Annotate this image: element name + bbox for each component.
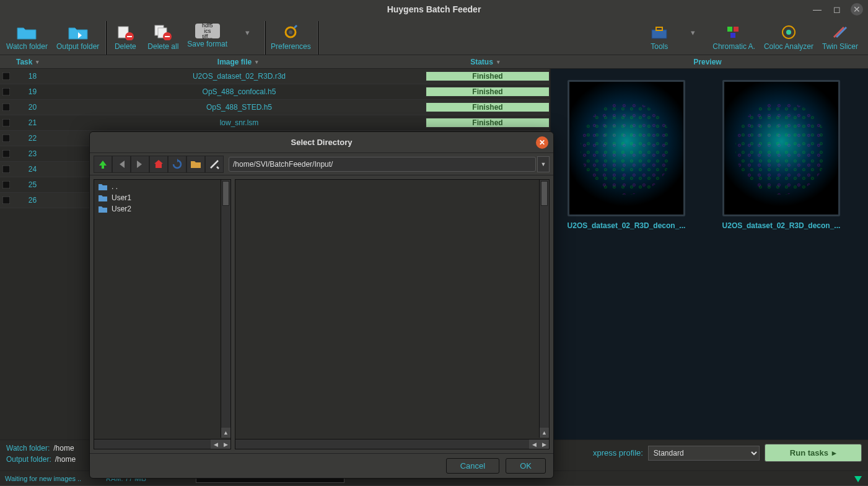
scroll-up-icon[interactable]: ▲ (221, 428, 230, 438)
back-button[interactable] (112, 156, 131, 173)
row-checkbox[interactable] (0, 150, 12, 157)
folder-output-icon (67, 24, 89, 41)
output-folder-button[interactable]: Output folder (54, 21, 102, 53)
run-tasks-button[interactable]: Run tasks▸ (765, 444, 862, 462)
play-icon: ▸ (832, 448, 836, 457)
task-number: 26 (12, 196, 53, 205)
directory-item[interactable]: User1 (97, 192, 228, 203)
svg-point-6 (289, 30, 292, 34)
delete-all-icon (152, 24, 174, 41)
svg-rect-19 (2, 150, 10, 157)
scroll-right-icon[interactable]: ▶ (221, 440, 230, 449)
scrollbar-horizontal[interactable]: ◀▶ (94, 439, 230, 449)
row-checkbox[interactable] (0, 181, 12, 188)
home-button[interactable] (149, 156, 168, 173)
toolbar-label: Delete all (147, 42, 178, 51)
thumbnail-caption: U2OS_dataset_02_R3D_decon_... (568, 221, 686, 230)
up-button[interactable] (94, 156, 112, 173)
refresh-button[interactable] (168, 156, 186, 173)
toolbar-label: Tools (651, 42, 668, 51)
row-checkbox[interactable] (0, 104, 12, 111)
row-checkbox[interactable] (0, 197, 12, 204)
twin-slicer-button[interactable]: Twin Slicer (820, 21, 861, 53)
tools-dropdown[interactable]: ▾ (679, 21, 706, 53)
chevron-down-icon: ▾ (236, 24, 258, 41)
settings-button[interactable] (205, 156, 224, 173)
directory-label: . . (112, 182, 118, 191)
output-folder-label: Output folder: (6, 455, 51, 464)
watch-folder-label: Watch folder: (6, 444, 50, 453)
ok-button[interactable]: OK (506, 458, 546, 474)
new-folder-button[interactable] (186, 156, 205, 173)
preview-thumbnail[interactable]: U2OS_dataset_02_R3D_decon_... (558, 80, 695, 230)
row-checkbox[interactable] (0, 119, 12, 126)
close-button[interactable]: ✕ (851, 3, 863, 15)
sort-icon: ▾ (497, 59, 500, 65)
task-number: 24 (12, 165, 53, 174)
scroll-left-icon[interactable]: ◀ (211, 440, 221, 449)
coloc-button[interactable]: Coloc Analyzer (761, 21, 816, 53)
row-checkbox[interactable] (0, 88, 12, 95)
minimize-button[interactable]: — (811, 3, 823, 15)
save-format-button[interactable]: hdf5icstiff... Save format (185, 21, 230, 53)
watch-folder-button[interactable]: Watch folder (4, 21, 50, 53)
status-badge: Finished (426, 102, 550, 112)
delete-button[interactable]: Delete (109, 21, 141, 53)
dialog-close-button[interactable]: ✕ (536, 136, 548, 149)
header-file[interactable]: Image file▾ (53, 58, 423, 66)
folder-watch-icon (15, 24, 38, 41)
scroll-left-icon[interactable]: ◀ (529, 440, 539, 449)
profile-select[interactable]: Standard (648, 446, 760, 461)
scrollbar-vertical[interactable]: ▲ (221, 180, 230, 438)
folder-new-icon (190, 159, 201, 169)
row-checkbox[interactable] (0, 73, 12, 80)
arrow-right-icon (134, 159, 146, 170)
chromatic-icon (723, 24, 745, 41)
chromatic-button[interactable]: Chromatic A. (710, 21, 758, 53)
toolbar-label: Coloc Analyzer (764, 42, 813, 51)
slicer-icon (829, 24, 851, 41)
forward-button[interactable] (131, 156, 149, 173)
maximize-button[interactable]: ◻ (831, 3, 843, 15)
header-task[interactable]: Task▾ (12, 58, 53, 66)
scrollbar-vertical[interactable]: ▲ (539, 180, 549, 438)
save-format-dropdown[interactable]: ▾ (234, 21, 261, 53)
header-status[interactable]: Status▾ (423, 58, 547, 66)
home-icon (153, 159, 164, 170)
table-row[interactable]: 20OpS_488_STED.h5Finished (0, 100, 550, 115)
status-badge: Finished (426, 87, 550, 97)
directory-item[interactable]: User2 (97, 203, 228, 214)
table-row[interactable]: 18U2OS_dataset_02_R3D.r3dFinished (0, 69, 550, 84)
preview-thumbnail[interactable]: U2OS_dataset_02_R3D_decon_... (713, 80, 849, 230)
sort-icon: ▾ (36, 59, 39, 65)
svg-rect-22 (2, 197, 10, 204)
task-number: 20 (12, 103, 53, 112)
sort-icon: ▾ (255, 59, 258, 65)
format-icon: hdf5icstiff... (195, 24, 220, 38)
scroll-up-icon[interactable]: ▲ (540, 428, 549, 438)
path-history-dropdown[interactable]: ▼ (537, 156, 550, 172)
svg-rect-8 (656, 27, 662, 30)
row-checkbox[interactable] (0, 166, 12, 173)
path-input[interactable] (229, 157, 536, 172)
table-row[interactable]: 19OpS_488_confocal.h5Finished (0, 84, 550, 100)
scroll-right-icon[interactable]: ▶ (539, 440, 549, 449)
directory-item[interactable]: . . (97, 181, 228, 192)
preferences-button[interactable]: Preferences (268, 21, 313, 53)
delete-icon (114, 24, 136, 41)
table-row[interactable]: 21low_snr.lsmFinished (0, 115, 550, 131)
toolbar-label: Save format (187, 40, 227, 48)
row-checkbox[interactable] (0, 135, 12, 142)
output-folder-value: /home (55, 455, 76, 464)
scrollbar-horizontal[interactable]: ◀▶ (235, 439, 549, 449)
main-toolbar: Watch folder Output folder Delete Delete… (0, 19, 868, 55)
thumbnail-caption: U2OS_dataset_02_R3D_decon_... (722, 221, 841, 230)
cancel-button[interactable]: Cancel (446, 458, 499, 474)
delete-all-button[interactable]: Delete all (145, 21, 181, 53)
dialog-title: Select Directory ✕ (90, 132, 553, 153)
gear-icon (279, 24, 302, 41)
tools-button[interactable]: Tools (643, 21, 675, 53)
directory-label: User1 (112, 193, 131, 202)
directory-label: User2 (112, 205, 131, 213)
toolbox-icon (648, 24, 670, 41)
